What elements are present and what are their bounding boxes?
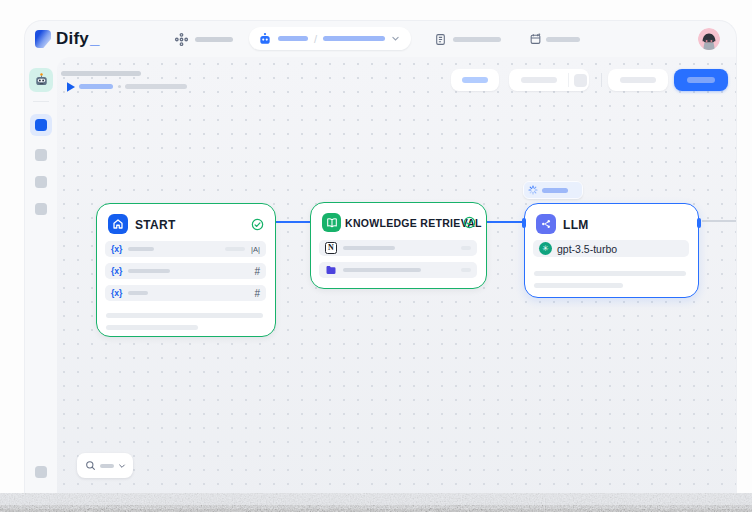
edge-start-to-knowledge [276, 221, 310, 223]
placeholder-bar [462, 77, 488, 83]
edge-knowledge-to-llm [487, 221, 524, 223]
dot-separator [118, 85, 121, 88]
success-check-icon [251, 218, 264, 231]
placeholder-bar [225, 247, 245, 251]
sidebar-item-3[interactable] [35, 176, 47, 188]
placeholder-bar [461, 268, 471, 272]
type-label: # [254, 266, 260, 277]
dataset-row [319, 262, 477, 278]
placeholder-bar [546, 37, 580, 42]
app-window: Dify _ / [24, 20, 737, 512]
toolbar-restore-button[interactable] [608, 69, 668, 91]
move-icon[interactable] [174, 32, 189, 47]
folder-icon [325, 264, 337, 276]
model-name: gpt-3.5-turbo [557, 243, 617, 255]
variable-row: {x} |A| [105, 241, 266, 257]
node-title: LLM [563, 218, 589, 232]
model-row: ✳ gpt-3.5-turbo [533, 240, 689, 257]
dify-logo[interactable]: Dify _ [35, 29, 99, 49]
variable-icon: {x} [111, 244, 122, 254]
llm-icon [536, 214, 556, 234]
placeholder-bar [461, 246, 471, 250]
placeholder-bar [106, 313, 263, 318]
placeholder-bar [106, 325, 198, 330]
sidebar [25, 57, 57, 512]
chevron-down-icon [391, 34, 400, 43]
placeholder-bar [195, 37, 233, 42]
run-play-icon[interactable] [67, 82, 75, 92]
edge-llm-outgoing [702, 220, 736, 222]
zoom-control[interactable] [77, 453, 133, 478]
placeholder-bar [125, 84, 187, 89]
variable-icon: {x} [111, 288, 122, 298]
placeholder-bar [534, 283, 623, 288]
success-check-icon [463, 216, 476, 229]
placeholder-bar [620, 77, 656, 83]
variable-row: {x} # [105, 285, 266, 301]
placeholder-bar [278, 36, 308, 41]
node-knowledge-retrieval[interactable]: KNOWLEDGE RETRIEVAL N [310, 202, 487, 289]
node-title: START [135, 218, 176, 232]
node-start[interactable]: START {x} |A| {x} # {x} [96, 203, 276, 337]
placeholder-bar [687, 77, 715, 83]
placeholder-bar [128, 291, 148, 295]
placeholder-bar [343, 268, 421, 272]
sidebar-app-icon[interactable] [29, 68, 53, 92]
logo-text: Dify [56, 29, 89, 49]
logo-underscore: _ [90, 29, 99, 49]
chevron-down-icon [118, 462, 126, 470]
placeholder-bar [128, 247, 154, 251]
type-label: # [254, 288, 260, 299]
robot-icon [258, 32, 272, 46]
node-handle-left[interactable] [522, 218, 526, 228]
placeholder-bar [100, 464, 114, 468]
placeholder-bar [521, 77, 557, 83]
llm-running-badge [523, 181, 583, 199]
sidebar-divider [33, 101, 49, 102]
workflow-title-placeholder [61, 71, 141, 76]
placeholder-bar [453, 37, 501, 42]
notion-icon: N [325, 242, 337, 254]
placeholder-bar [79, 84, 113, 89]
variable-icon: {x} [111, 266, 122, 276]
sidebar-item-2[interactable] [35, 149, 47, 161]
spinner-icon [528, 185, 538, 195]
breadcrumb-separator: / [314, 33, 317, 45]
calendar-plus-icon[interactable] [529, 32, 542, 46]
noise-band [0, 493, 752, 512]
placeholder-bar [542, 188, 568, 193]
home-icon [108, 214, 128, 234]
avatar[interactable] [698, 28, 720, 50]
robot-app-icon [33, 72, 50, 89]
book-icon [322, 213, 341, 232]
toolbar-run-button[interactable] [451, 69, 499, 91]
placeholder-bar [343, 246, 395, 250]
workflow-icon [35, 119, 47, 131]
type-label: |A| [251, 245, 260, 254]
zoom-icon [85, 460, 96, 471]
dify-logo-icon [35, 30, 51, 48]
screen: Dify _ / [0, 0, 752, 512]
dataset-row: N [319, 240, 477, 256]
sidebar-item-4[interactable] [35, 203, 47, 215]
placeholder-bar [128, 269, 170, 273]
sidebar-item-bottom[interactable] [35, 466, 47, 478]
variable-row: {x} # [105, 263, 266, 279]
node-llm[interactable]: LLM ✳ gpt-3.5-turbo [524, 203, 699, 298]
toolbar-icon-button[interactable] [574, 74, 587, 87]
button-divider [568, 73, 569, 87]
node-handle-right[interactable] [697, 218, 701, 228]
toolbar-publish-button[interactable] [674, 69, 728, 91]
openai-logo-icon: ✳ [539, 242, 552, 255]
sidebar-item-workflow-active[interactable] [30, 114, 52, 136]
placeholder-bar [323, 36, 385, 41]
placeholder-bar [534, 271, 686, 276]
docs-icon[interactable] [434, 32, 447, 47]
workflow-canvas[interactable]: START {x} |A| {x} # {x} [57, 57, 736, 512]
breadcrumb[interactable]: / [249, 27, 411, 50]
app-header: Dify _ / [25, 21, 736, 57]
toolbar-divider [601, 73, 602, 87]
toolbar-preview-split-button[interactable] [509, 69, 589, 91]
node-title: KNOWLEDGE RETRIEVAL [345, 217, 482, 229]
